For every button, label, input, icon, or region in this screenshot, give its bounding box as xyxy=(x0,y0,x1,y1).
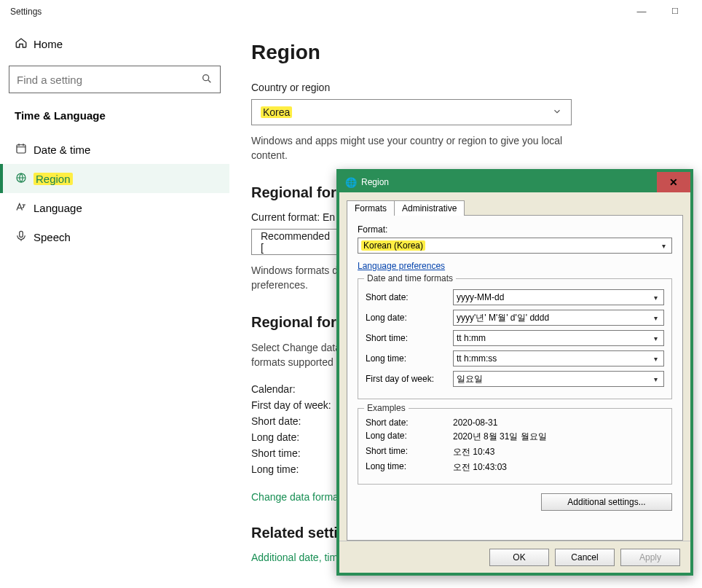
ok-button[interactable]: OK xyxy=(489,549,549,566)
recommended-option: Recommended [ xyxy=(261,230,333,254)
country-label: Country or region xyxy=(251,82,680,93)
ex-long-time-value: 오전 10:43:03 xyxy=(453,461,507,474)
country-help: Windows and apps might use your country … xyxy=(251,134,593,162)
ex-long-date-value: 2020년 8월 31일 월요일 xyxy=(453,431,547,443)
language-preferences-link[interactable]: Language preferences xyxy=(358,261,445,271)
first-day-label: First day of week: xyxy=(366,374,453,384)
sidebar-item-label: Language xyxy=(33,202,82,214)
ex-short-date-label: Short date: xyxy=(366,418,453,428)
ex-long-time-label: Long time: xyxy=(366,461,453,474)
date-time-formats-heading: Date and time formats xyxy=(364,273,456,283)
long-date-label: Long date: xyxy=(366,313,453,323)
maximize-button[interactable]: ☐ xyxy=(658,7,692,16)
short-date-select[interactable]: yyyy-MM-dd ▾ xyxy=(453,289,664,305)
page-title: Region xyxy=(251,41,680,64)
chevron-down-icon: ▾ xyxy=(649,331,662,345)
sidebar: Home Time & Language Date & time xyxy=(0,23,229,588)
format-select[interactable]: Korean (Korea) ▾ xyxy=(358,238,672,254)
region-dialog-title: Region xyxy=(361,177,389,187)
sidebar-item-date-time[interactable]: Date & time xyxy=(0,135,229,164)
home-label: Home xyxy=(33,38,63,50)
language-icon xyxy=(15,200,33,216)
chevron-down-icon xyxy=(552,106,562,119)
svg-rect-1 xyxy=(17,144,25,152)
examples-heading: Examples xyxy=(364,403,409,413)
region-dialog: 🌐 Region ✕ Formats Administrative Format… xyxy=(336,169,693,576)
tab-formats[interactable]: Formats xyxy=(347,200,395,216)
ex-short-time-label: Short time: xyxy=(366,446,453,458)
sidebar-item-language[interactable]: Language xyxy=(0,193,229,222)
svg-point-0 xyxy=(203,74,209,80)
first-day-value: 일요일 xyxy=(457,373,483,385)
globe-icon xyxy=(15,171,33,187)
microphone-icon xyxy=(15,230,33,245)
country-select[interactable]: Korea xyxy=(251,99,572,125)
clock-icon xyxy=(15,142,33,157)
tab-strip: Formats Administrative xyxy=(347,200,690,215)
regional-format-select[interactable]: Recommended [ xyxy=(251,229,342,255)
tab-administrative[interactable]: Administrative xyxy=(394,200,465,216)
search-box[interactable] xyxy=(9,66,221,93)
long-date-select[interactable]: yyyy'년' M'월' d'일' dddd ▾ xyxy=(453,310,664,326)
sidebar-heading: Time & Language xyxy=(0,103,229,135)
long-time-label: Long time: xyxy=(366,353,453,364)
date-time-formats-group: Date and time formats Short date: yyyy-M… xyxy=(358,278,672,399)
chevron-down-icon: ▾ xyxy=(649,351,662,366)
svg-rect-3 xyxy=(20,231,23,237)
long-date-value: yyyy'년' M'월' d'일' dddd xyxy=(457,312,549,324)
ex-short-date-value: 2020-08-31 xyxy=(453,418,497,428)
search-input[interactable] xyxy=(17,74,201,86)
short-date-value: yyyy-MM-dd xyxy=(457,292,504,302)
change-data-formats-link[interactable]: Change data formats xyxy=(251,491,347,503)
settings-titlebar: Settings — ☐ xyxy=(0,0,702,23)
settings-title: Settings xyxy=(10,7,42,17)
country-value: Korea xyxy=(261,106,292,118)
sidebar-item-speech[interactable]: Speech xyxy=(0,222,229,251)
chevron-down-icon: ▾ xyxy=(657,238,670,253)
long-time-value: tt h:mm:ss xyxy=(457,353,497,364)
format-value: Korean (Korea) xyxy=(361,240,425,251)
chevron-down-icon: ▾ xyxy=(649,290,662,305)
ex-long-date-label: Long date: xyxy=(366,431,453,443)
tab-panel-formats: Format: Korean (Korea) ▾ Language prefer… xyxy=(347,215,683,541)
short-date-label: Short date: xyxy=(366,292,453,302)
globe-clock-icon: 🌐 xyxy=(345,177,357,188)
chevron-down-icon: ▾ xyxy=(649,310,662,325)
additional-settings-button[interactable]: Additional settings... xyxy=(541,493,672,511)
format-label: Format: xyxy=(358,224,672,235)
examples-group: Examples Short date: 2020-08-31 Long dat… xyxy=(358,408,672,485)
short-time-value: tt h:mm xyxy=(457,333,486,343)
close-button[interactable]: ✕ xyxy=(657,172,690,192)
long-time-select[interactable]: tt h:mm:ss ▾ xyxy=(453,350,664,366)
home-row[interactable]: Home xyxy=(0,29,229,58)
cancel-button[interactable]: Cancel xyxy=(555,549,615,566)
ex-short-time-value: 오전 10:43 xyxy=(453,446,494,458)
search-icon xyxy=(201,73,213,87)
apply-button[interactable]: Apply xyxy=(620,549,680,566)
first-day-select[interactable]: 일요일 ▾ xyxy=(453,371,664,387)
dialog-button-row: OK Cancel Apply xyxy=(339,541,690,573)
chevron-down-icon: ▾ xyxy=(649,372,662,386)
sidebar-item-label: Speech xyxy=(33,231,71,243)
sidebar-item-label: Region xyxy=(33,173,73,185)
minimize-button[interactable]: — xyxy=(625,6,658,17)
short-time-label: Short time: xyxy=(366,333,453,343)
short-time-select[interactable]: tt h:mm ▾ xyxy=(453,330,664,346)
home-icon xyxy=(15,36,33,52)
region-titlebar[interactable]: 🌐 Region ✕ xyxy=(339,172,690,192)
sidebar-item-label: Date & time xyxy=(33,144,90,156)
sidebar-item-region[interactable]: Region xyxy=(0,164,229,193)
